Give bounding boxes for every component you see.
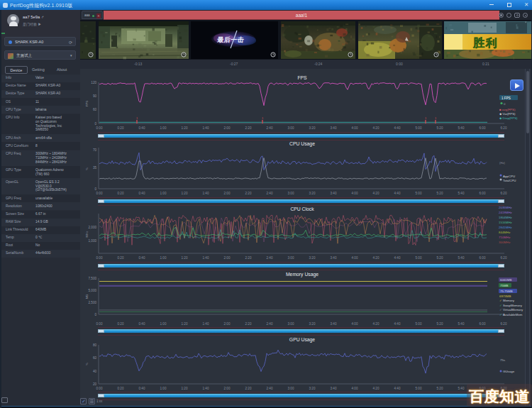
svg-text:1:20: 1:20 bbox=[182, 126, 188, 130]
svg-text:1:40: 1:40 bbox=[203, 322, 209, 326]
svg-text:1:20: 1:20 bbox=[182, 387, 188, 390]
svg-text:2,500: 2,500 bbox=[89, 301, 97, 304]
svg-text:75.75MB: 75.75MB bbox=[500, 290, 513, 293]
svg-text:0:00: 0:00 bbox=[96, 192, 103, 195]
svg-text:2,000: 2,000 bbox=[89, 226, 97, 229]
svg-text:1: 1 bbox=[262, 116, 264, 120]
svg-text:300MHz: 300MHz bbox=[499, 241, 510, 244]
svg-text:1: 1 bbox=[136, 116, 138, 120]
svg-text:✓: ✓ bbox=[499, 313, 502, 316]
svg-text:6061MB: 6061MB bbox=[500, 278, 511, 282]
svg-text:Memory: Memory bbox=[503, 299, 515, 302]
svg-text:AvailableMem: AvailableMem bbox=[503, 313, 523, 316]
svg-text:0:20: 0:20 bbox=[118, 387, 124, 390]
svg-text:2:20: 2:20 bbox=[245, 387, 252, 390]
svg-text:120: 120 bbox=[91, 81, 96, 84]
svg-text:5:20: 5:20 bbox=[437, 192, 443, 195]
svg-text:5:20: 5:20 bbox=[437, 126, 443, 130]
svg-text:2:00: 2:00 bbox=[224, 256, 231, 260]
svg-text:6973MB: 6973MB bbox=[499, 294, 511, 298]
svg-text:1:20: 1:20 bbox=[182, 322, 188, 326]
svg-text:5:00: 5:00 bbox=[416, 256, 422, 260]
svg-text:5:40: 5:40 bbox=[458, 192, 465, 195]
svg-text:(Hz): (Hz) bbox=[499, 161, 506, 165]
svg-text:✓: ✓ bbox=[499, 299, 502, 302]
svg-text:1:00: 1:00 bbox=[160, 322, 167, 326]
svg-text:2419MHz: 2419MHz bbox=[499, 211, 512, 214]
svg-text:2:40: 2:40 bbox=[267, 387, 273, 390]
svg-text:0:40: 0:40 bbox=[139, 126, 145, 130]
svg-text:1:00: 1:00 bbox=[160, 256, 167, 260]
svg-text:0:00: 0:00 bbox=[96, 126, 103, 130]
svg-text:1:00: 1:00 bbox=[160, 192, 167, 195]
svg-text:0:20: 0:20 bbox=[118, 192, 124, 195]
svg-text:1 FPS: 1 FPS bbox=[501, 97, 511, 100]
svg-text:%: % bbox=[85, 363, 89, 365]
svg-text:3:40: 3:40 bbox=[331, 387, 337, 390]
svg-text:4:20: 4:20 bbox=[373, 192, 379, 195]
svg-text:3:20: 3:20 bbox=[309, 192, 316, 195]
svg-text:0:40: 0:40 bbox=[139, 322, 145, 326]
svg-text:✓: ✓ bbox=[499, 304, 502, 307]
svg-text:TotalCPU: TotalCPU bbox=[503, 179, 516, 182]
svg-text:0:20: 0:20 bbox=[118, 256, 124, 260]
svg-text:5,000: 5,000 bbox=[89, 289, 97, 292]
svg-text:1516MHz: 1516MHz bbox=[499, 221, 512, 224]
svg-text:GPU Usage: GPU Usage bbox=[289, 337, 315, 343]
svg-text:60: 60 bbox=[93, 356, 97, 360]
svg-text:5:40: 5:40 bbox=[458, 387, 465, 390]
svg-text:40: 40 bbox=[93, 370, 97, 373]
svg-text:2:20: 2:20 bbox=[245, 192, 252, 195]
svg-text:2:00: 2:00 bbox=[224, 387, 231, 390]
svg-text:4:40: 4:40 bbox=[394, 322, 401, 326]
svg-text:✓: ✓ bbox=[499, 308, 502, 311]
svg-text:VirtualMemory: VirtualMemory bbox=[503, 308, 523, 311]
svg-text:SwapMemory: SwapMemory bbox=[503, 304, 523, 307]
svg-text:FPS: FPS bbox=[85, 101, 89, 107]
svg-text:6:20: 6:20 bbox=[501, 322, 507, 326]
svg-text:◆ Drop(FPS): ◆ Drop(FPS) bbox=[499, 116, 518, 120]
svg-text:0:20: 0:20 bbox=[118, 126, 124, 130]
svg-text:5:40: 5:40 bbox=[458, 126, 465, 130]
svg-text:3:40: 3:40 bbox=[331, 322, 337, 326]
svg-text:0: 0 bbox=[94, 313, 96, 316]
svg-text:5:40: 5:40 bbox=[458, 322, 465, 326]
svg-text:0:00: 0:00 bbox=[96, 387, 103, 390]
svg-text:6:00: 6:00 bbox=[480, 256, 486, 260]
svg-text:844MHz: 844MHz bbox=[499, 231, 510, 234]
svg-text:1: 1 bbox=[425, 116, 427, 120]
svg-text:3:20: 3:20 bbox=[309, 256, 316, 260]
svg-text:1:40: 1:40 bbox=[203, 387, 209, 390]
svg-text:1804MHz: 1804MHz bbox=[499, 216, 512, 219]
svg-text:2:20: 2:20 bbox=[245, 126, 252, 130]
svg-text:1:40: 1:40 bbox=[203, 192, 209, 195]
svg-text:3:00: 3:00 bbox=[288, 192, 294, 195]
svg-text:5:00: 5:00 bbox=[416, 126, 422, 130]
svg-text:75s: 75s bbox=[500, 358, 506, 362]
svg-text:2841MHz: 2841MHz bbox=[499, 226, 512, 229]
svg-text:3:00: 3:00 bbox=[288, 322, 294, 326]
svg-text:5:00: 5:00 bbox=[416, 192, 422, 195]
svg-text:5:20: 5:20 bbox=[437, 322, 443, 326]
svg-text:2:20: 2:20 bbox=[245, 256, 252, 260]
svg-text:%: % bbox=[85, 167, 89, 170]
svg-text:0:00: 0:00 bbox=[96, 322, 103, 326]
svg-text:35: 35 bbox=[93, 166, 97, 170]
svg-text:6:20: 6:20 bbox=[501, 256, 507, 260]
svg-text:1:00: 1:00 bbox=[160, 387, 167, 390]
svg-text:CPU Clock: CPU Clock bbox=[290, 206, 314, 211]
svg-text:1:20: 1:20 bbox=[182, 256, 188, 260]
svg-text:AppCPU: AppCPU bbox=[503, 175, 515, 178]
svg-text:6:00: 6:00 bbox=[480, 126, 486, 130]
svg-text:5:00: 5:00 bbox=[416, 387, 422, 390]
svg-text:5:00: 5:00 bbox=[416, 322, 422, 326]
svg-text:2:20: 2:20 bbox=[245, 322, 252, 326]
svg-text:0:40: 0:40 bbox=[139, 387, 145, 390]
svg-text:1,000: 1,000 bbox=[89, 239, 97, 243]
svg-text:0:20: 0:20 bbox=[118, 322, 124, 326]
svg-text:4:20: 4:20 bbox=[373, 322, 379, 326]
svg-text:3:40: 3:40 bbox=[331, 256, 337, 260]
svg-text:710MHz: 710MHz bbox=[499, 236, 510, 239]
svg-text:2:00: 2:00 bbox=[224, 192, 231, 195]
svg-text:2:40: 2:40 bbox=[267, 256, 273, 260]
